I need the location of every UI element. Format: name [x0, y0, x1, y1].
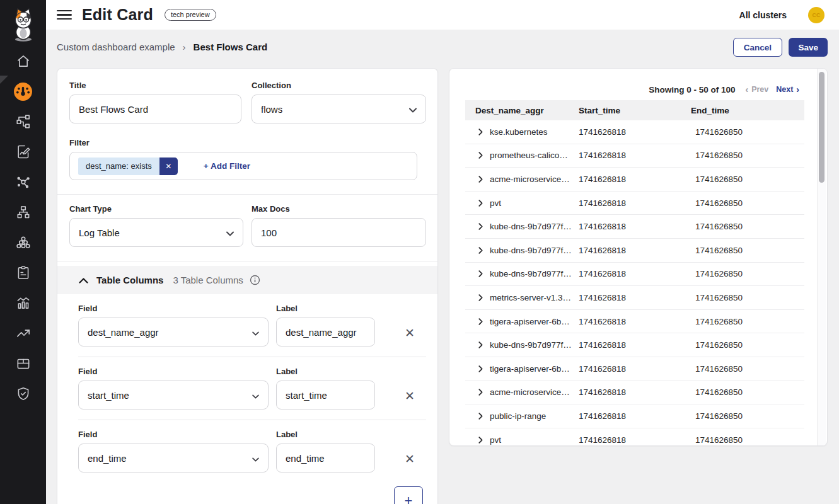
- info-icon[interactable]: [250, 275, 260, 285]
- table-row[interactable]: kube-dns-9b7d977f… 1741626818 1741626850: [465, 333, 804, 357]
- service-graph-icon[interactable]: [0, 106, 46, 137]
- table-row[interactable]: public-ip-range 1741626818 1741626850: [465, 404, 804, 428]
- chevron-down-icon: [409, 104, 417, 115]
- expand-row-icon[interactable]: [478, 294, 483, 301]
- remove-column-icon[interactable]: ✕: [401, 389, 419, 403]
- label-label: Label: [276, 367, 375, 376]
- chevron-up-icon[interactable]: [79, 275, 88, 286]
- add-column-button[interactable]: +: [394, 486, 423, 504]
- expand-row-icon[interactable]: [478, 341, 483, 348]
- prev-button[interactable]: ‹ Prev: [745, 84, 768, 94]
- label-input[interactable]: [276, 381, 375, 410]
- chart-type-select[interactable]: Log Table: [69, 218, 243, 247]
- expand-row-icon[interactable]: [478, 365, 483, 372]
- field-select[interactable]: dest_name_aggr: [78, 318, 269, 346]
- field-select[interactable]: start_time: [78, 381, 269, 410]
- column-row: Field end_time Label ✕: [78, 420, 426, 483]
- filter-chip: dest_name: exists ✕: [78, 158, 178, 175]
- expand-row-icon[interactable]: [478, 389, 483, 396]
- field-label: Field: [78, 304, 269, 313]
- label-input[interactable]: [276, 318, 375, 346]
- expand-row-icon[interactable]: [478, 200, 483, 207]
- field-label: Field: [78, 430, 269, 439]
- tech-preview-badge: tech preview: [165, 9, 216, 21]
- table-row[interactable]: prometheus-calico… 1741626818 1741626850: [465, 144, 804, 168]
- clipboard-icon[interactable]: [0, 258, 46, 288]
- label-input[interactable]: [276, 444, 375, 472]
- table-columns-title: Table Columns: [96, 275, 163, 285]
- expand-row-icon[interactable]: [478, 318, 483, 325]
- breadcrumb-bar: Custom dashboard example › Best Flows Ca…: [46, 30, 839, 64]
- save-button[interactable]: Save: [789, 38, 828, 57]
- table-row[interactable]: tigera-apiserver-6b… 1741626818 17416268…: [465, 310, 804, 334]
- cancel-button[interactable]: Cancel: [733, 38, 782, 57]
- trending-up-icon[interactable]: [0, 318, 46, 348]
- chevron-down-icon: [252, 327, 259, 338]
- scrollbar-thumb[interactable]: [819, 72, 825, 183]
- expand-row-icon[interactable]: [478, 152, 483, 159]
- cluster-selector[interactable]: All clusters: [739, 10, 787, 20]
- expand-row-icon[interactable]: [478, 247, 483, 254]
- table-row[interactable]: tigera-apiserver-6b… 1741626818 17416268…: [465, 357, 804, 381]
- field-select[interactable]: end_time: [78, 444, 269, 472]
- table-row[interactable]: acme-microservice… 1741626818 1741626850: [465, 381, 804, 405]
- table-header: Dest_name_aggr Start_time End_time: [465, 100, 804, 120]
- divider: [57, 261, 437, 261]
- flow-graph-icon[interactable]: [0, 167, 46, 197]
- policy-editor-icon[interactable]: [0, 137, 46, 167]
- topbar: Edit Card tech preview All clusters CC: [46, 0, 839, 30]
- next-button[interactable]: Next ›: [776, 84, 799, 94]
- inventory-box-icon[interactable]: [0, 348, 46, 379]
- expand-row-icon[interactable]: [478, 413, 483, 420]
- expand-row-icon[interactable]: [478, 270, 483, 277]
- table-row[interactable]: kube-dns-9b7d977f… 1741626818 1741626850: [465, 263, 804, 287]
- remove-filter-icon[interactable]: ✕: [159, 158, 178, 175]
- filter-label: Filter: [69, 138, 426, 147]
- expand-row-icon[interactable]: [478, 437, 483, 444]
- max-docs-label: Max Docs: [252, 204, 426, 214]
- column-header: End_time: [681, 106, 804, 115]
- sidebar: [0, 0, 46, 504]
- calico-cat-logo[interactable]: [9, 5, 38, 44]
- table-row[interactable]: acme-microservice… 1741626818 1741626850: [465, 168, 804, 192]
- pagination-status: Showing 0 - 50 of 100: [649, 85, 735, 94]
- clusters-icon[interactable]: [0, 227, 46, 258]
- title-input[interactable]: [69, 94, 241, 123]
- avatar[interactable]: CC: [808, 7, 825, 23]
- divider: [57, 194, 437, 195]
- table-row[interactable]: kube-dns-9b7d977f… 1741626818 1741626850: [465, 215, 804, 239]
- collection-select[interactable]: flows: [252, 94, 426, 123]
- sidebar-nav: [0, 46, 46, 409]
- table-row[interactable]: kube-dns-9b7d977f… 1741626818 1741626850: [465, 239, 804, 263]
- preview-table: Dest_name_aggr Start_time End_time kse.k…: [465, 100, 804, 446]
- expand-row-icon[interactable]: [478, 176, 483, 183]
- statistics-icon[interactable]: [0, 288, 46, 318]
- table-columns-rows: Field dest_name_aggr Label ✕ Field start…: [69, 294, 426, 483]
- expand-row-icon[interactable]: [478, 129, 483, 135]
- sidebar-flap-decoration: [0, 76, 8, 84]
- table-row[interactable]: kse.kubernetes 1741626818 1741626850: [465, 120, 804, 144]
- filter-input[interactable]: dest_name: exists ✕ + Add Filter: [69, 152, 417, 180]
- network-tree-icon[interactable]: [0, 197, 46, 227]
- add-filter-button[interactable]: + Add Filter: [204, 161, 250, 171]
- expand-row-icon[interactable]: [478, 223, 483, 230]
- column-row: Field start_time Label ✕: [78, 357, 426, 420]
- preview-scrollbar[interactable]: [817, 69, 826, 445]
- collection-label: Collection: [252, 81, 426, 90]
- table-row[interactable]: metrics-server-v1.3… 1741626818 17416268…: [465, 286, 804, 310]
- breadcrumb-parent[interactable]: Custom dashboard example: [57, 42, 175, 52]
- breadcrumb-separator-icon: ›: [183, 42, 186, 52]
- menu-icon[interactable]: [57, 10, 72, 20]
- table-row[interactable]: pvt 1741626818 1741626850: [465, 428, 804, 446]
- remove-column-icon[interactable]: ✕: [401, 452, 419, 466]
- shield-check-icon[interactable]: [0, 379, 46, 409]
- chevron-down-icon: [226, 227, 234, 238]
- max-docs-input[interactable]: [252, 218, 426, 247]
- card-preview-panel: Showing 0 - 50 of 100 ‹ Prev Next › Dest…: [449, 68, 828, 446]
- title-label: Title: [69, 81, 241, 90]
- table-row[interactable]: pvt 1741626818 1741626850: [465, 192, 804, 215]
- remove-column-icon[interactable]: ✕: [401, 326, 419, 340]
- home-icon[interactable]: [0, 46, 46, 76]
- breadcrumb-current: Best Flows Card: [194, 42, 268, 52]
- table-columns-section-header[interactable]: Table Columns 3 Table Columns: [57, 266, 437, 294]
